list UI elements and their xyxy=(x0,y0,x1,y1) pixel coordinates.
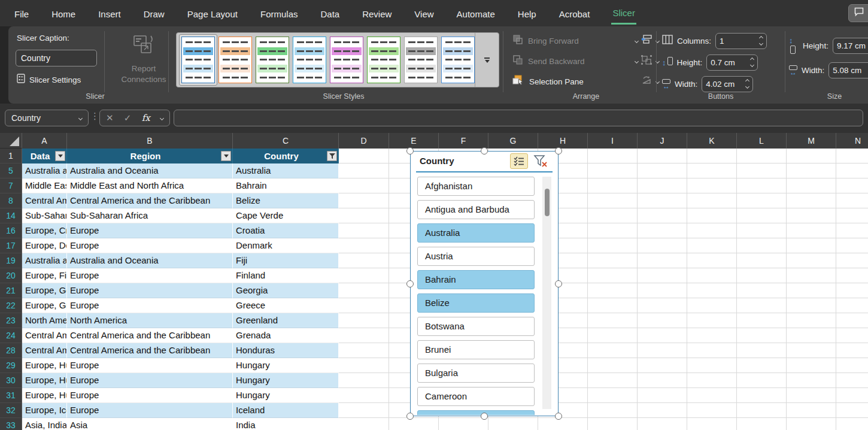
column-header-J[interactable]: J xyxy=(638,133,687,149)
row-header-20[interactable]: 20 xyxy=(0,268,22,283)
column-header-H[interactable]: H xyxy=(538,133,588,149)
chevron-down-icon[interactable] xyxy=(78,116,83,120)
tab-slicer[interactable]: Slicer xyxy=(611,2,636,25)
cell[interactable]: Europe, Greece xyxy=(22,298,67,313)
row-header-22[interactable]: 22 xyxy=(0,298,22,313)
cell[interactable]: Denmark xyxy=(233,238,339,253)
filter-dropdown-button[interactable] xyxy=(55,151,65,161)
chevron-down-icon[interactable] xyxy=(635,59,639,63)
cell[interactable]: Finland xyxy=(233,268,339,283)
report-connections-button[interactable]: Report Connections xyxy=(114,31,174,91)
cell[interactable]: Europe xyxy=(67,298,233,313)
chevron-down-icon[interactable] xyxy=(635,38,639,43)
size-height-value[interactable]: 9.17 cm xyxy=(837,41,868,50)
cell[interactable]: Europe, Finland xyxy=(22,268,67,283)
cell[interactable]: Europe, Georgia xyxy=(22,283,67,298)
cell[interactable]: Grenada xyxy=(233,328,339,343)
cell[interactable]: Hungary xyxy=(233,388,339,403)
tab-formulas[interactable]: Formulas xyxy=(259,3,299,24)
cell[interactable]: Europe xyxy=(67,238,233,253)
cell[interactable]: Europe, Hungary xyxy=(22,388,67,403)
slicer-item-antigua-and-barbuda[interactable]: Antigua and Barbuda xyxy=(417,200,535,219)
cell[interactable]: Croatia xyxy=(233,223,339,238)
slicer-style-lightblue[interactable] xyxy=(293,37,326,83)
slicer-item-australia[interactable]: Australia xyxy=(417,223,535,243)
column-header-G[interactable]: G xyxy=(488,133,538,149)
slicer-style-magenta[interactable] xyxy=(330,37,363,83)
columns-stepper[interactable]: 1 xyxy=(715,33,767,49)
slicer-item-bulgaria[interactable]: Bulgaria xyxy=(417,364,535,383)
slicer-item-austria[interactable]: Austria xyxy=(417,247,535,266)
cell[interactable]: Europe, Hungary xyxy=(22,358,67,373)
button-height-value[interactable]: 0.7 cm xyxy=(711,58,747,67)
country-slicer[interactable]: Country AfghanistanAntigua and BarbudaAu… xyxy=(410,151,559,416)
select-all-button[interactable] xyxy=(0,133,22,149)
row-header-14[interactable]: 14 xyxy=(0,208,22,223)
cell[interactable]: Greece xyxy=(233,298,339,313)
cell[interactable]: Sub-Saharan Africa xyxy=(67,208,233,223)
chevron-down-icon[interactable] xyxy=(160,116,164,120)
send-backward-button[interactable]: Send Backward xyxy=(512,53,638,69)
column-header-E[interactable]: E xyxy=(389,133,439,149)
resize-handle[interactable] xyxy=(406,413,414,420)
slicer-item-belize[interactable]: Belize xyxy=(417,293,535,313)
cell[interactable]: Sub-Saharan Africa, Cape Verde xyxy=(22,208,67,223)
column-header-F[interactable]: F xyxy=(439,133,488,149)
button-height-stepper[interactable]: 0.7 cm xyxy=(706,54,758,71)
table-header-region[interactable]: Region xyxy=(67,149,233,163)
spinner-buttons[interactable] xyxy=(756,37,763,45)
cell[interactable]: Georgia xyxy=(233,283,339,298)
column-header-L[interactable]: L xyxy=(737,133,787,149)
columns-value[interactable]: 1 xyxy=(720,37,756,46)
column-header-M[interactable]: M xyxy=(787,133,836,149)
size-height-stepper[interactable]: 9.17 cm xyxy=(833,38,868,54)
resize-handle[interactable] xyxy=(481,147,488,155)
slicer-item-botswana[interactable]: Botswana xyxy=(417,317,535,336)
tab-acrobat[interactable]: Acrobat xyxy=(558,3,591,24)
cell[interactable]: Europe xyxy=(67,358,233,373)
slicer-item-cameroon[interactable]: Cameroon xyxy=(417,387,535,406)
cell[interactable]: India xyxy=(233,418,339,430)
cell[interactable]: Cape Verde xyxy=(233,208,339,223)
cell[interactable]: Europe, Denmark xyxy=(22,238,67,253)
row-header-7[interactable]: 7 xyxy=(0,178,22,193)
selection-pane-button[interactable]: Selection Pane xyxy=(512,73,638,90)
slicer-item[interactable] xyxy=(417,410,535,415)
resize-handle[interactable] xyxy=(555,280,562,287)
cell[interactable]: Central America and the Caribbean xyxy=(67,343,233,358)
cell[interactable]: Bahrain xyxy=(233,178,339,193)
column-header-D[interactable]: D xyxy=(339,133,389,149)
column-header-I[interactable]: I xyxy=(588,133,638,149)
cell[interactable]: Europe xyxy=(67,373,233,388)
filter-active-button[interactable] xyxy=(327,151,337,161)
slicer-scrollbar-thumb[interactable] xyxy=(545,189,550,216)
table-header-country[interactable]: Country xyxy=(233,149,339,163)
row-header-24[interactable]: 24 xyxy=(0,328,22,343)
cell[interactable]: Europe xyxy=(67,403,233,418)
table-header-data[interactable]: Data xyxy=(22,149,67,163)
slicer-item-bahrain[interactable]: Bahrain xyxy=(417,270,535,289)
cell[interactable]: Hungary xyxy=(233,358,339,373)
row-header-8[interactable]: 8 xyxy=(0,193,22,208)
cell[interactable]: Australia xyxy=(233,163,339,178)
tab-view[interactable]: View xyxy=(413,3,435,24)
row-header-29[interactable]: 29 xyxy=(0,358,22,373)
cell[interactable]: Central America and the Caribbean, Hondu… xyxy=(22,343,67,358)
slicer-style-lightgreen[interactable] xyxy=(367,37,400,83)
formula-bar-handle[interactable]: ⋮ xyxy=(90,111,99,122)
cell[interactable]: Belize xyxy=(233,193,339,208)
cell[interactable]: Middle East and North Africa xyxy=(67,178,233,193)
cell[interactable]: Europe xyxy=(67,223,233,238)
cell[interactable]: Europe, Croatia xyxy=(22,223,67,238)
cell[interactable]: North America xyxy=(67,313,233,328)
slicer-style-bluelight[interactable] xyxy=(441,37,475,83)
slicer-style-gray[interactable] xyxy=(404,37,438,83)
tab-data[interactable]: Data xyxy=(319,3,341,24)
row-header-17[interactable]: 17 xyxy=(0,238,22,253)
resize-handle[interactable] xyxy=(481,413,488,420)
row-header-28[interactable]: 28 xyxy=(0,343,22,358)
row-header-19[interactable]: 19 xyxy=(0,253,22,268)
tab-home[interactable]: Home xyxy=(50,3,77,24)
row-header-21[interactable]: 21 xyxy=(0,283,22,298)
spinner-buttons[interactable] xyxy=(747,58,754,66)
